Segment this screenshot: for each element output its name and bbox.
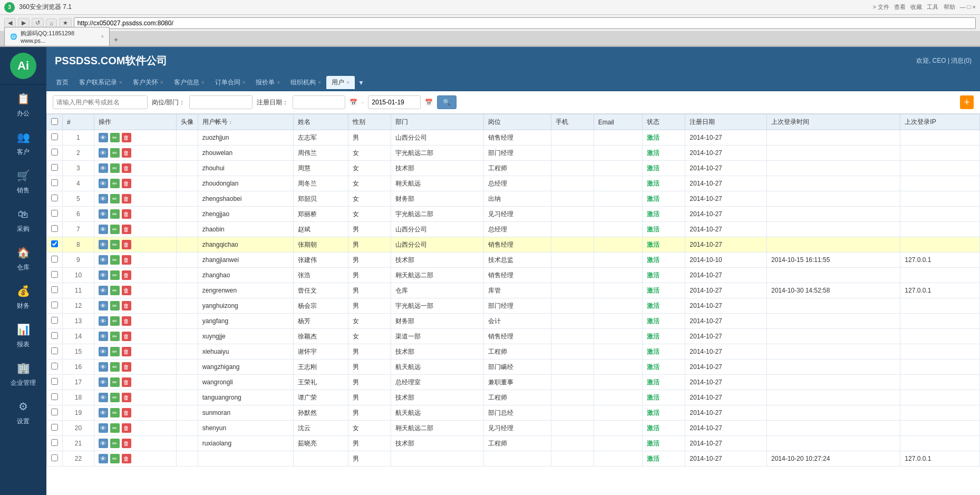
- delete-button[interactable]: 🗑: [122, 286, 131, 295]
- view-button[interactable]: 👁: [99, 408, 108, 418]
- date-from-input[interactable]: [293, 95, 345, 109]
- search-input[interactable]: [53, 95, 148, 109]
- nav-tab-orders[interactable]: 订单合同 ×: [210, 76, 251, 89]
- row-checkbox-cell[interactable]: [47, 253, 63, 268]
- tab-close-button[interactable]: ×: [101, 34, 104, 40]
- add-user-button[interactable]: +: [960, 95, 974, 109]
- close-crm-contact[interactable]: ×: [119, 80, 122, 85]
- delete-button[interactable]: 🗑: [122, 316, 131, 326]
- close-quote[interactable]: ×: [277, 80, 280, 85]
- search-button[interactable]: 🔍: [437, 95, 457, 109]
- row-checkbox-cell[interactable]: [47, 176, 63, 191]
- row-checkbox-cell[interactable]: [47, 329, 63, 344]
- row-checkbox-cell[interactable]: [47, 298, 63, 314]
- delete-button[interactable]: 🗑: [122, 209, 131, 219]
- row-checkbox-cell[interactable]: [47, 283, 63, 298]
- view-button[interactable]: 👁: [99, 454, 108, 463]
- row-checkbox-cell[interactable]: [47, 390, 63, 405]
- close-orders[interactable]: ×: [242, 80, 246, 85]
- browser-tab[interactable]: 🌐 购源码QQ:11851298 www.ps... ×: [4, 27, 110, 46]
- edit-button[interactable]: ✏: [110, 209, 120, 219]
- row-checkbox[interactable]: [51, 302, 58, 308]
- address-bar[interactable]: [74, 17, 976, 29]
- row-checkbox[interactable]: [51, 332, 58, 339]
- edit-button[interactable]: ✏: [110, 347, 120, 356]
- row-checkbox[interactable]: [51, 256, 58, 263]
- close-crm-info[interactable]: ×: [201, 80, 205, 85]
- delete-button[interactable]: 🗑: [122, 270, 131, 280]
- view-button[interactable]: 👁: [99, 362, 108, 372]
- view-button[interactable]: 👁: [99, 179, 108, 188]
- nav-tab-more[interactable]: ▼: [355, 77, 367, 89]
- delete-button[interactable]: 🗑: [122, 439, 131, 448]
- row-checkbox[interactable]: [51, 149, 58, 156]
- sidebar-item-warehouse[interactable]: 🏠 仓库: [0, 239, 46, 277]
- delete-button[interactable]: 🗑: [122, 423, 131, 433]
- row-checkbox[interactable]: [51, 439, 58, 446]
- nav-tab-crm-info[interactable]: 客户信息 ×: [169, 76, 210, 89]
- tab-add-button[interactable]: +: [110, 33, 122, 46]
- row-checkbox-cell[interactable]: [47, 207, 63, 222]
- view-button[interactable]: 👁: [99, 377, 108, 387]
- view-button[interactable]: 👁: [99, 393, 108, 402]
- row-checkbox[interactable]: [51, 164, 58, 171]
- edit-button[interactable]: ✏: [110, 240, 120, 249]
- row-checkbox-cell[interactable]: [47, 314, 63, 329]
- edit-button[interactable]: ✏: [110, 194, 120, 203]
- edit-button[interactable]: ✏: [110, 148, 120, 158]
- edit-button[interactable]: ✏: [110, 286, 120, 295]
- select-all-checkbox[interactable]: [51, 118, 58, 125]
- view-button[interactable]: 👁: [99, 225, 108, 234]
- sidebar-item-settings[interactable]: ⚙ 设置: [0, 393, 46, 431]
- edit-button[interactable]: ✏: [110, 316, 120, 326]
- view-button[interactable]: 👁: [99, 301, 108, 310]
- view-button[interactable]: 👁: [99, 194, 108, 203]
- delete-button[interactable]: 🗑: [122, 454, 131, 463]
- edit-button[interactable]: ✏: [110, 408, 120, 418]
- nav-tab-home[interactable]: 首页: [51, 76, 74, 89]
- edit-button[interactable]: ✏: [110, 163, 120, 173]
- row-checkbox-cell[interactable]: [47, 145, 63, 161]
- row-checkbox[interactable]: [51, 409, 58, 415]
- delete-button[interactable]: 🗑: [122, 240, 131, 249]
- row-checkbox-cell[interactable]: [47, 130, 63, 145]
- position-input[interactable]: [189, 95, 253, 109]
- row-checkbox[interactable]: [51, 133, 58, 140]
- view-button[interactable]: 👁: [99, 255, 108, 265]
- delete-button[interactable]: 🗑: [122, 133, 131, 142]
- row-checkbox-cell[interactable]: [47, 268, 63, 283]
- row-checkbox[interactable]: [51, 317, 58, 324]
- sidebar-item-enterprise[interactable]: 🏢 企业管理: [0, 354, 46, 393]
- edit-button[interactable]: ✏: [110, 301, 120, 310]
- edit-button[interactable]: ✏: [110, 225, 120, 234]
- delete-button[interactable]: 🗑: [122, 255, 131, 265]
- row-checkbox[interactable]: [51, 424, 58, 431]
- view-button[interactable]: 👁: [99, 240, 108, 249]
- view-button[interactable]: 👁: [99, 270, 108, 280]
- view-button[interactable]: 👁: [99, 133, 108, 142]
- view-button[interactable]: 👁: [99, 286, 108, 295]
- delete-button[interactable]: 🗑: [122, 148, 131, 158]
- delete-button[interactable]: 🗑: [122, 225, 131, 234]
- row-checkbox[interactable]: [51, 393, 58, 400]
- view-button[interactable]: 👁: [99, 163, 108, 173]
- row-checkbox-cell[interactable]: [47, 237, 63, 253]
- edit-button[interactable]: ✏: [110, 377, 120, 387]
- delete-button[interactable]: 🗑: [122, 408, 131, 418]
- row-checkbox[interactable]: [51, 347, 58, 354]
- nav-tab-org[interactable]: 组织机构 ×: [285, 76, 326, 89]
- row-checkbox-cell[interactable]: [47, 344, 63, 360]
- row-checkbox-cell[interactable]: [47, 375, 63, 390]
- sidebar-item-reports[interactable]: 📊 报表: [0, 316, 46, 354]
- sidebar-item-finance[interactable]: 💰 财务: [0, 277, 46, 316]
- row-checkbox[interactable]: [51, 210, 58, 217]
- delete-button[interactable]: 🗑: [122, 347, 131, 356]
- edit-button[interactable]: ✏: [110, 133, 120, 142]
- view-button[interactable]: 👁: [99, 423, 108, 433]
- row-checkbox[interactable]: [51, 179, 58, 186]
- row-checkbox[interactable]: [51, 195, 58, 201]
- delete-button[interactable]: 🗑: [122, 194, 131, 203]
- delete-button[interactable]: 🗑: [122, 332, 131, 341]
- sidebar-item-sales[interactable]: 🛒 销售: [0, 162, 46, 200]
- nav-tab-users[interactable]: 用户 ×: [326, 76, 355, 89]
